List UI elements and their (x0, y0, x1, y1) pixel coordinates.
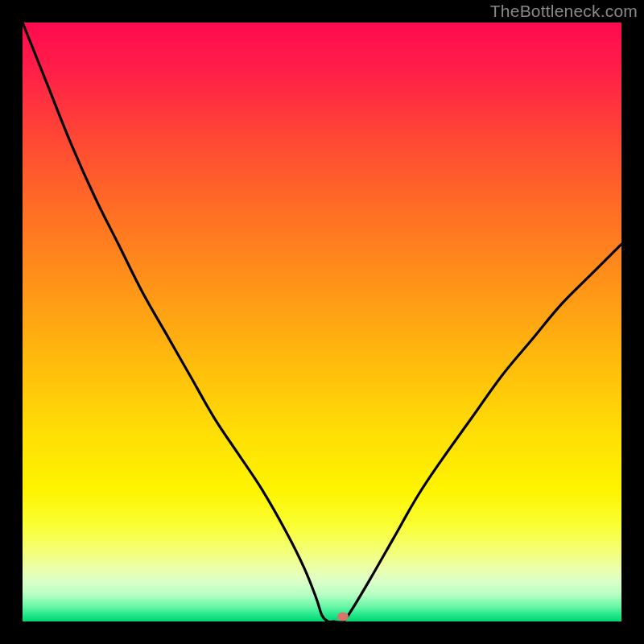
curve-path (23, 23, 621, 621)
chart-frame: TheBottleneck.com (0, 0, 644, 644)
watermark-text: TheBottleneck.com (490, 2, 638, 21)
curve-svg (23, 23, 621, 621)
plot-area (23, 23, 621, 621)
bottleneck-marker (337, 613, 349, 621)
